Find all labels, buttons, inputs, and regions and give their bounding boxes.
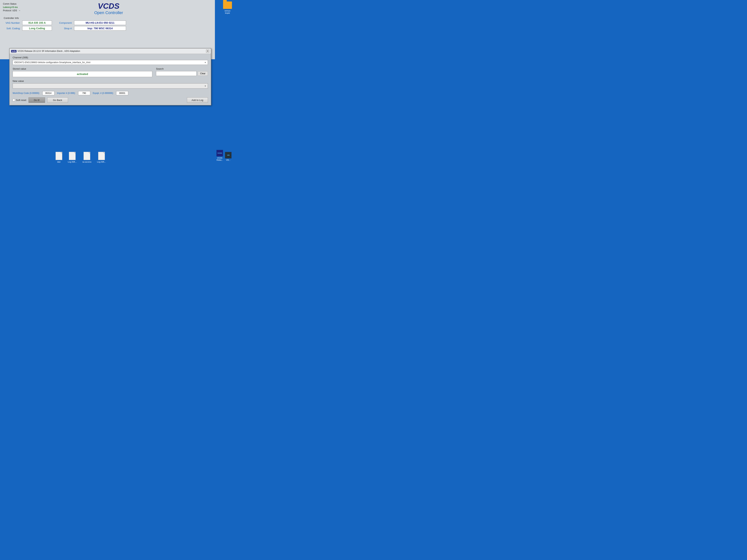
soft-reset-checkbox[interactable] [12,99,15,101]
soft-coding-value[interactable]: Long Coding [22,26,52,31]
new-value-section: New value ▼ [12,80,208,88]
vcds-taskbar-label: VCDSRelea... [216,157,223,161]
equipt-label: Equipt. # (0-999999): [93,92,114,95]
add-to-log-button[interactable]: Add to Log [187,98,208,103]
channel-label: Channel (30B) [12,56,208,59]
button-row: Soft reset Do It! Go Back Add to Log [12,98,208,103]
stored-value-section: Stored value activated [12,68,152,77]
clear-button[interactable]: Clear [198,71,208,76]
shop-value: Imp: 790 WSC 06314 [74,26,126,31]
file-label-log-wa-1: Log-WA... [68,161,77,163]
channel-dropdown[interactable]: IDE03471-ENG138663-Vehicle configuration… [12,60,208,65]
file-icon-shape-dan [56,152,62,160]
new-value-label: New value [12,80,208,82]
wsc-row: WorkShop Code (0-99999): Importer # (0-9… [12,91,208,95]
app-title: VCDS [94,2,123,10]
soft-reset-label: Soft reset [16,99,26,102]
folder-label: versuckopie [225,10,230,14]
adaptation-dialog: vcds VCDS Release 20.12.0: 5F-Informatio… [9,48,211,105]
vag-number-row: VAG Number: 81A 035 193 A Component: MU-… [4,21,212,25]
shop-label: Shop #: [54,27,72,30]
close-button[interactable]: ✕ [206,49,209,53]
dialog-body: Channel (30B) IDE03471-ENG138663-Vehicle… [10,54,211,105]
importer-input[interactable] [78,91,90,95]
component-label: Component: [54,22,72,24]
controller-info-label: Controller Info [4,17,212,20]
file-icon-shape-log-wa-2 [98,152,105,160]
search-row: Clear [156,71,208,76]
channel-chevron-icon: ▼ [204,61,206,63]
vag-number-label: VAG Number: [4,22,20,24]
new-value-chevron-icon: ▼ [204,85,206,87]
search-label: Search [156,68,208,70]
search-input[interactable] [156,71,197,76]
folder-icon[interactable] [223,1,232,9]
desktop-files-area: dan Log-WA... sa access Log-WA... [56,152,106,163]
file-icon-shape-log-wa-1 [69,152,76,160]
file-label-dan: dan [57,161,60,163]
vcds-taskbar-box: VCDS [216,150,223,157]
importer-label: Importer # (0-999): [57,92,76,95]
soft-reset-checkbox-row: Soft reset [12,99,26,102]
soft-coding-row: Soft. Coding: Long Coding Shop #: Imp: 7… [4,26,212,31]
file-icon-log-wa-2[interactable]: Log-WA... [97,152,106,163]
viii-taskbar-box: VIII [225,152,232,159]
taskbar-icons: VCDS VCDSRelea... VIII VIII... [216,150,232,161]
equipt-input[interactable] [116,91,128,95]
do-it-button[interactable]: Do It! [28,98,45,103]
wsc-input[interactable] [43,91,54,95]
new-value-dropdown[interactable]: ▼ [12,83,208,88]
vcds-title-block: VCDS Open Controller [94,2,123,15]
file-icon-shape-sa-access [83,152,90,160]
go-back-button[interactable]: Go Back [47,98,68,103]
stored-value-box: activated [12,71,152,77]
file-icon-sa-access[interactable]: sa access [82,152,92,163]
file-label-log-wa-2: Log-WA... [97,161,106,163]
file-icon-dan[interactable]: dan [56,152,62,163]
stored-search-row: Stored value activated Search Clear [12,68,208,77]
wsc-label: WorkShop Code (0-99999): [12,92,40,95]
right-desktop-area: versuckopie [223,1,232,14]
taskbar-vcds-icon[interactable]: VCDS VCDSRelea... [216,150,223,161]
dialog-title: vcds VCDS Release 20.12.0: 5F-Informatio… [11,50,80,52]
vag-number-value: 81A 035 193 A [22,21,52,25]
file-icon-log-wa-1[interactable]: Log-WA... [68,152,77,163]
component-value: MU-HS-LN-EU 050 0211 [74,21,126,25]
dialog-titlebar: vcds VCDS Release 20.12.0: 5F-Informatio… [10,49,211,54]
viii-taskbar-label: VIII... [226,159,230,161]
vcds-small-icon: vcds [11,50,17,52]
stored-value-label: Stored value [12,68,152,70]
search-section: Search Clear [156,68,208,77]
file-label-sa-access: sa access [82,161,92,163]
comm-status: Comm Status Latency=5 ms Protocol: UDS – [3,2,20,12]
soft-coding-label: Soft. Coding: [4,27,20,30]
app-subtitle: Open Controller [94,10,123,15]
controller-info-section: Controller Info VAG Number: 81A 035 193 … [3,17,212,31]
taskbar-viii-icon[interactable]: VIII VIII... [225,152,232,161]
